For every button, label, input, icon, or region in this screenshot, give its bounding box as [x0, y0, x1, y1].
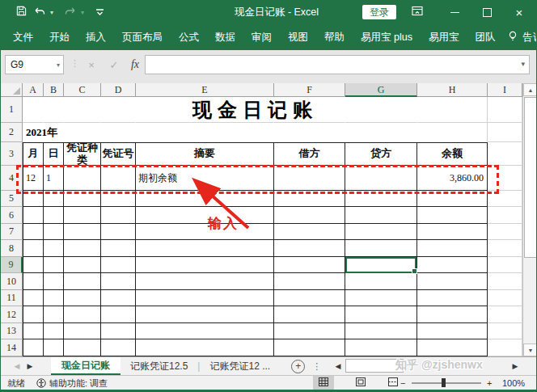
menu-tab-11[interactable]: 团队 [467, 31, 503, 44]
selection-box-g9[interactable] [345, 257, 416, 273]
column-header-C[interactable]: C [64, 83, 101, 97]
menu-tab-10[interactable]: 易用宝 [421, 31, 467, 44]
cell-F7[interactable] [274, 224, 345, 240]
menu-tab-9[interactable]: 易用宝 plus [353, 31, 421, 44]
row-header-2[interactable]: 2 [1, 123, 23, 142]
cell-G14[interactable] [345, 339, 417, 356]
row-header-1[interactable]: 1 [1, 97, 23, 123]
fill-handle[interactable] [412, 268, 417, 274]
cell-A14[interactable] [23, 339, 44, 356]
accessibility-label[interactable]: 辅助功能: 调查 [49, 376, 108, 390]
cell-F2[interactable] [274, 123, 345, 142]
redo-dropdown[interactable]: ▾ [78, 0, 87, 24]
cell-B6[interactable] [44, 207, 64, 224]
cell-F11[interactable] [274, 290, 345, 306]
cancel-button[interactable]: × [82, 55, 101, 74]
cell-B9[interactable] [44, 257, 64, 273]
menu-tab-3[interactable]: 页面布局 [114, 31, 171, 44]
insert-function-button[interactable]: fx [125, 55, 145, 74]
cell-E13[interactable] [136, 323, 274, 339]
zoom-in-button[interactable]: + [487, 376, 492, 390]
cell-G2[interactable] [345, 123, 417, 142]
maximize-button[interactable] [476, 0, 497, 24]
cell-F14[interactable] [274, 339, 345, 356]
cell-C14[interactable] [64, 339, 101, 356]
customize-quick-access-button[interactable] [93, 0, 106, 24]
cell-A3[interactable]: 月 [23, 142, 44, 166]
cell-D10[interactable] [101, 273, 136, 290]
cell-E3[interactable]: 摘要 [136, 142, 274, 166]
cell-G10[interactable] [345, 273, 417, 290]
ribbon-display-options-button[interactable] [407, 0, 428, 24]
cell-H13[interactable] [417, 323, 488, 339]
close-button[interactable]: × [509, 0, 530, 24]
cell-E2[interactable] [136, 123, 274, 142]
cell-E11[interactable] [136, 290, 274, 306]
cell-C11[interactable] [64, 290, 101, 306]
cell-D2[interactable] [101, 123, 136, 142]
menu-tab-7[interactable]: 视图 [280, 31, 316, 44]
row-header-14[interactable]: 14 [1, 339, 23, 356]
cell-I10[interactable] [488, 273, 522, 290]
save-button[interactable] [14, 0, 28, 24]
cell-G12[interactable] [345, 306, 417, 323]
redo-button[interactable] [64, 0, 77, 24]
menu-tab-1[interactable]: 开始 [41, 31, 78, 44]
input-annotation-label[interactable]: 输入 [208, 214, 239, 233]
cell-E10[interactable] [136, 273, 274, 290]
cell-D8[interactable] [101, 240, 136, 257]
formula-expand-icon[interactable]: ▾ [521, 60, 525, 68]
cell-F8[interactable] [274, 240, 345, 257]
cell-B8[interactable] [44, 240, 64, 257]
cell-G11[interactable] [345, 290, 417, 306]
cell-E14[interactable] [136, 339, 274, 356]
sheet-more-button[interactable]: ⋮ [312, 361, 321, 372]
scroll-down-button[interactable]: ▼ [523, 344, 537, 356]
cell-H3[interactable]: 余额 [417, 142, 488, 166]
vertical-scrollbar[interactable]: ▲ ▼ [522, 83, 537, 356]
row-header-3[interactable]: 3 [1, 142, 23, 166]
cell-F13[interactable] [274, 323, 345, 339]
cell-D11[interactable] [101, 290, 136, 306]
vertical-scroll-thumb[interactable] [524, 97, 537, 258]
cell-E8[interactable] [136, 240, 274, 257]
row-header-12[interactable]: 12 [1, 306, 23, 323]
cell-D7[interactable] [101, 224, 136, 240]
minimize-button[interactable] [444, 0, 465, 24]
tell-me-tab[interactable]: 告诉我 [519, 31, 537, 44]
menu-tab-5[interactable]: 数据 [207, 31, 243, 44]
cell-A10[interactable] [23, 273, 44, 290]
cell-C3[interactable]: 凭证种类 [64, 142, 101, 166]
cell-F6[interactable] [274, 207, 345, 224]
row-header-13[interactable]: 13 [1, 323, 23, 339]
zoom-slider-handle[interactable] [442, 378, 446, 387]
cell-G13[interactable] [345, 323, 417, 339]
menu-tab-4[interactable]: 公式 [171, 31, 207, 44]
row-header-9[interactable]: 9 [1, 257, 23, 273]
cell-D3[interactable]: 凭证号 [101, 142, 136, 166]
cell-A8[interactable] [23, 240, 44, 257]
cell-C13[interactable] [64, 323, 101, 339]
cell-A7[interactable] [23, 224, 44, 240]
undo-dropdown[interactable]: ▾ [48, 0, 56, 24]
formula-input[interactable] [145, 55, 530, 74]
column-header-E[interactable]: E [136, 83, 274, 97]
zoom-out-button[interactable]: − [400, 376, 405, 390]
enter-button[interactable]: ✓ [104, 55, 124, 74]
sheet-title-cell[interactable]: 现金日记账 [23, 98, 488, 122]
column-header-I[interactable]: I [488, 83, 522, 97]
cell-I14[interactable] [488, 339, 522, 356]
cell-H10[interactable] [417, 273, 488, 290]
column-header-A[interactable]: A [23, 83, 44, 97]
cell-I7[interactable] [488, 224, 522, 240]
sheet-tab-1[interactable]: 记账凭证12.5 [121, 357, 197, 375]
cell-D12[interactable] [101, 306, 136, 323]
cell-A12[interactable] [23, 306, 44, 323]
cell-G7[interactable] [345, 224, 417, 240]
cell-C8[interactable] [64, 240, 101, 257]
cell-B7[interactable] [44, 224, 64, 240]
cell-A11[interactable] [23, 290, 44, 306]
cell-C10[interactable] [64, 273, 101, 290]
select-all-corner[interactable] [1, 83, 23, 97]
column-header-D[interactable]: D [101, 83, 136, 97]
